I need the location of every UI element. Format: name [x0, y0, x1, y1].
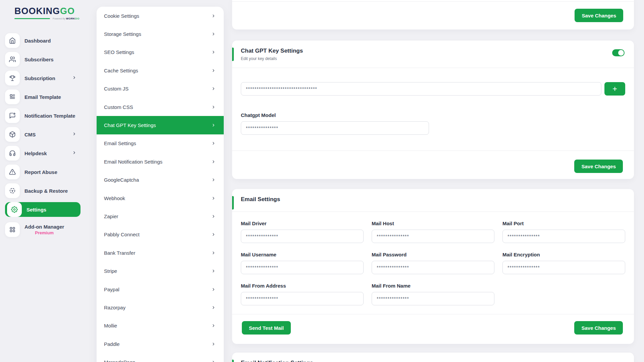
menu-item-razorpay[interactable]: Razorpay: [97, 298, 224, 316]
menu-item-email-settings[interactable]: Email Settings: [97, 134, 224, 153]
brand-name: BOOKINGGO: [14, 6, 82, 16]
users-icon: [5, 52, 20, 67]
chevron-right-icon: [211, 360, 216, 362]
menu-item-mollie[interactable]: Mollie: [97, 317, 224, 335]
mail-encryption-label: Mail Encryption: [502, 252, 625, 257]
chevron-right-icon: [211, 287, 216, 292]
menu-item-seo-settings[interactable]: SEO Settings: [97, 43, 224, 61]
mail-from-address-input[interactable]: [241, 292, 364, 305]
chevron-right-icon: [72, 75, 76, 81]
menu-item-label: Email Notification Settings: [104, 159, 162, 165]
chatgpt-api-key-input[interactable]: [241, 82, 601, 96]
menu-item-chatgpt-key-settings[interactable]: Chat GPT Key Settings: [97, 116, 224, 134]
chatgpt-model-input[interactable]: [241, 121, 429, 135]
chatgpt-enable-toggle[interactable]: [612, 49, 625, 56]
chevron-right-icon: [211, 196, 216, 200]
menu-item-pabbly-connect[interactable]: Pabbly Connect: [97, 226, 224, 244]
email-notification-settings-card: Email Notification Settings: [232, 353, 634, 362]
menu-item-zapier[interactable]: Zapier: [97, 207, 224, 225]
save-changes-button[interactable]: Save Changes: [574, 321, 623, 335]
mail-port-input[interactable]: [502, 230, 625, 243]
previous-section-card: Save Changes: [232, 0, 634, 29]
menu-item-email-notification-settings[interactable]: Email Notification Settings: [97, 153, 224, 171]
sidebar-item-dashboard[interactable]: Dashboard: [5, 33, 80, 48]
send-test-mail-button[interactable]: Send Test Mail: [242, 321, 291, 335]
logo-underline: [14, 18, 50, 19]
section-accent-bar: [232, 48, 234, 61]
chevron-right-icon: [211, 251, 216, 255]
menu-item-cache-settings[interactable]: Cache Settings: [97, 61, 224, 79]
menu-item-bank-transfer[interactable]: Bank Transfer: [97, 244, 224, 262]
left-sidebar: BOOKINGGO Powered By WORKDO Dashboard Su…: [0, 0, 96, 362]
sidebar-item-report-abuse[interactable]: Report Abuse: [5, 165, 80, 179]
save-changes-button[interactable]: Save Changes: [575, 9, 623, 22]
mail-from-name-input[interactable]: [372, 292, 494, 305]
menu-item-label: Bank Transfer: [104, 250, 135, 256]
section-accent-bar: [232, 360, 234, 362]
mail-host-input[interactable]: [372, 230, 494, 243]
menu-item-label: Email Settings: [104, 140, 136, 146]
menu-item-paddle[interactable]: Paddle: [97, 335, 224, 353]
sidebar-item-subscription[interactable]: Subscription: [5, 71, 80, 85]
chevron-right-icon: [211, 214, 216, 219]
menu-item-custom-js[interactable]: Custom JS: [97, 80, 224, 98]
chevron-right-icon: [211, 86, 216, 91]
section-subtitle: Edit your key details: [241, 56, 625, 61]
chevron-right-icon: [211, 68, 216, 73]
menu-item-label: Stripe: [104, 268, 117, 274]
sidebar-item-label: Backup & Restore: [24, 188, 68, 194]
mail-password-label: Mail Password: [372, 252, 494, 257]
mail-from-name-label: Mail From Name: [372, 283, 494, 289]
menu-item-label: Chat GPT Key Settings: [104, 122, 156, 128]
menu-item-googlecaptcha[interactable]: GoogleCaptcha: [97, 171, 224, 189]
menu-item-label: Cache Settings: [104, 68, 138, 73]
mail-username-label: Mail Username: [241, 252, 364, 257]
sidebar-item-label: Add-on Manager: [24, 224, 64, 230]
sidebar-item-subscribers[interactable]: Subscribers: [5, 52, 80, 67]
menu-item-webhook[interactable]: Webhook: [97, 189, 224, 207]
menu-item-paypal[interactable]: Paypal: [97, 280, 224, 298]
sidebar-item-label: Email Template: [24, 94, 61, 100]
chatgpt-model-label: Chatgpt Model: [241, 112, 625, 118]
menu-item-stripe[interactable]: Stripe: [97, 262, 224, 280]
trophy-icon: [5, 71, 20, 85]
sidebar-item-backup-restore[interactable]: Backup & Restore: [5, 183, 80, 198]
sidebar-item-email-template[interactable]: Email Template: [5, 89, 80, 104]
add-key-button[interactable]: +: [604, 82, 625, 96]
headphones-icon: [5, 146, 20, 161]
mail-driver-label: Mail Driver: [241, 221, 364, 226]
chevron-right-icon: [211, 342, 216, 346]
settings-submenu-panel: Cookie Settings Storage Settings SEO Set…: [97, 7, 224, 362]
chevron-right-icon: [211, 105, 216, 109]
sidebar-item-label: Helpdesk: [24, 150, 47, 156]
menu-item-label: Custom JS: [104, 86, 128, 92]
sidebar-item-notification-template[interactable]: Notification Template: [5, 108, 80, 123]
chevron-right-icon: [211, 32, 216, 36]
mail-from-address-label: Mail From Address: [241, 283, 364, 289]
menu-item-cookie-settings[interactable]: Cookie Settings: [97, 7, 224, 25]
sidebar-item-cms[interactable]: CMS: [5, 127, 80, 142]
mail-username-input[interactable]: [241, 261, 364, 274]
menu-item-label: Razorpay: [104, 305, 125, 310]
chevron-right-icon: [211, 123, 216, 127]
mail-password-input[interactable]: [372, 261, 494, 274]
section-title: Email Notification Settings: [241, 360, 625, 362]
sidebar-nav: Dashboard Subscribers Subscription Email…: [5, 33, 80, 238]
mail-encryption-input[interactable]: [502, 261, 625, 274]
brand-logo[interactable]: BOOKINGGO Powered By WORKDO: [14, 6, 82, 20]
menu-item-label: GoogleCaptcha: [104, 177, 139, 183]
sidebar-item-addon-manager[interactable]: Add-on Manager Premium: [5, 221, 80, 238]
menu-item-label: Paddle: [104, 341, 120, 347]
sidebar-item-helpdesk[interactable]: Helpdesk: [5, 146, 80, 161]
sidebar-item-label: Report Abuse: [24, 169, 57, 175]
sidebar-item-settings[interactable]: Settings: [5, 202, 80, 217]
menu-item-storage-settings[interactable]: Storage Settings: [97, 25, 224, 43]
section-title: Email Settings: [241, 196, 625, 203]
menu-item-custom-css[interactable]: Custom CSS: [97, 98, 224, 116]
mail-driver-input[interactable]: [241, 230, 364, 243]
sidebar-item-label: Dashboard: [24, 38, 51, 44]
menu-item-mercadopago[interactable]: MercadoPago: [97, 353, 224, 362]
save-changes-button[interactable]: Save Changes: [574, 160, 623, 173]
package-icon: [5, 127, 20, 142]
premium-badge: Premium: [35, 230, 54, 235]
